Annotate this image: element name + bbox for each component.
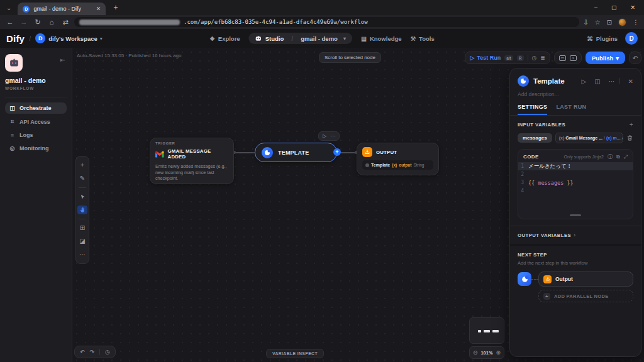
maximize-button[interactable]: ▢ bbox=[611, 4, 617, 11]
checklist-icon[interactable]: ≣ bbox=[540, 55, 545, 61]
panel-play-icon[interactable]: ▷ bbox=[581, 78, 586, 85]
change-history-icon[interactable]: ◷ bbox=[105, 349, 110, 355]
add-parallel-node-button[interactable]: + ADD PARALLEL NODE bbox=[538, 290, 633, 302]
redo-icon[interactable]: ↷ bbox=[90, 349, 95, 355]
panel-more-icon[interactable]: ⋯ bbox=[609, 78, 615, 85]
template-add-port[interactable]: + bbox=[333, 148, 341, 156]
pointer-mode-icon[interactable] bbox=[77, 192, 87, 201]
code-line[interactable]: 1 メールきたって！ bbox=[518, 162, 633, 170]
undo-icon[interactable]: ↶ bbox=[80, 349, 85, 355]
panel-close-icon[interactable]: ✕ bbox=[628, 78, 633, 85]
forward-icon[interactable]: → bbox=[19, 18, 29, 26]
tab-search-chevron-icon[interactable]: ⌄ bbox=[6, 4, 11, 11]
add-note-icon[interactable]: ✎ bbox=[77, 174, 87, 183]
zoom-level[interactable]: 101% bbox=[480, 350, 492, 356]
info-icon[interactable]: ⓘ bbox=[608, 153, 613, 160]
minimap[interactable] bbox=[469, 317, 504, 344]
organize-nodes-icon[interactable]: ⊞ bbox=[77, 224, 87, 233]
nav-studio[interactable]: Studio / gmail - demo ▾ bbox=[249, 33, 352, 44]
minimize-button[interactable]: – bbox=[594, 4, 597, 11]
canvas-tool-palette: + ✎ ⊞ ◪ ⋯ bbox=[75, 156, 89, 264]
workspace-chevron-icon[interactable]: ▾ bbox=[100, 36, 103, 41]
url-bar[interactable]: .com/app/efb68c83-035e-4c94-a1ad-dfac4c4… bbox=[74, 17, 579, 27]
test-run-button[interactable]: ▷ Test Run bbox=[470, 55, 501, 61]
node-template[interactable]: TEMPLATE bbox=[255, 143, 337, 162]
features-icon[interactable]: ▭ bbox=[559, 55, 566, 61]
hand-mode-icon[interactable] bbox=[77, 206, 87, 214]
sidebar-item-orchestrate[interactable]: ◫ Orchestrate bbox=[5, 102, 67, 114]
zoom-in-icon[interactable]: ⊕ bbox=[496, 349, 501, 356]
panel-header-divider bbox=[619, 78, 620, 84]
nav-tools[interactable]: ⚒ Tools bbox=[411, 35, 435, 42]
plugins-icon: ⌘ bbox=[587, 35, 593, 42]
sidebar-item-logs[interactable]: ≡ Logs bbox=[5, 129, 67, 141]
output-var-type: String bbox=[413, 163, 424, 167]
next-step-output-node[interactable]: Output bbox=[538, 272, 633, 287]
zoom-out-icon[interactable]: ⊖ bbox=[473, 349, 478, 356]
sidebar-item-monitoring[interactable]: ◎ Monitoring bbox=[5, 143, 67, 154]
tab-settings[interactable]: SETTINGS bbox=[518, 104, 547, 115]
run-history-icon[interactable]: ◷ bbox=[532, 55, 537, 61]
env-variables-icon[interactable]: x bbox=[570, 55, 577, 61]
nav-explore[interactable]: ❖ Explore bbox=[209, 35, 240, 42]
node-output[interactable]: OUTPUT Template (x) output String bbox=[357, 143, 439, 175]
scroll-to-selected-node-button[interactable]: Scroll to selected node bbox=[319, 52, 381, 63]
output-variables-toggle[interactable]: OUTPUT VARIABLES › bbox=[510, 226, 641, 244]
variable-name-chip[interactable]: messages bbox=[518, 133, 552, 143]
browser-profile-avatar[interactable] bbox=[618, 18, 626, 26]
palette-more-icon[interactable]: ⋯ bbox=[77, 250, 87, 259]
publish-button[interactable]: Publish ▾ bbox=[586, 52, 625, 64]
workflow-canvas[interactable]: Auto-Saved 15:33:05 · Published 16 hours… bbox=[72, 48, 644, 362]
variable-inspect-button[interactable]: VARIABLE INSPECT bbox=[266, 349, 324, 358]
nav-studio-label: Studio bbox=[265, 35, 284, 42]
api-access-icon: ⌗ bbox=[9, 118, 16, 125]
plugins-button[interactable]: ⌘ Plugins bbox=[587, 35, 618, 42]
nav-tools-label: Tools bbox=[419, 35, 435, 42]
code-line[interactable]: 4 bbox=[518, 187, 633, 195]
add-variable-icon[interactable]: + bbox=[630, 121, 633, 128]
install-app-icon[interactable]: ⇩ bbox=[583, 19, 588, 26]
node-play-icon[interactable]: ▷ bbox=[323, 133, 326, 139]
extensions-icon[interactable]: ⊡ bbox=[607, 19, 612, 26]
code-line[interactable]: 2 bbox=[518, 170, 633, 178]
expand-icon[interactable]: ⤢ bbox=[624, 154, 628, 160]
tab-close-icon[interactable]: ✕ bbox=[96, 6, 101, 12]
panel-docs-icon[interactable]: ◫ bbox=[594, 78, 600, 85]
window-close-button[interactable]: ✕ bbox=[630, 4, 635, 11]
variable-value-select[interactable]: (x) Gmail Message ... / (x) m... Array[O… bbox=[555, 133, 623, 143]
tab-last-run[interactable]: LAST RUN bbox=[556, 104, 586, 115]
back-icon[interactable]: ← bbox=[5, 18, 15, 26]
studio-app-name[interactable]: gmail - demo bbox=[301, 35, 338, 42]
line-number: 2 bbox=[518, 172, 528, 177]
palette-divider bbox=[79, 219, 86, 219]
code-resize-handle[interactable] bbox=[570, 214, 581, 216]
add-node-icon[interactable]: + bbox=[77, 161, 87, 170]
node-more-icon[interactable]: ⋯ bbox=[330, 133, 335, 139]
dify-logo[interactable]: Dify bbox=[6, 33, 25, 44]
tab-groups-icon[interactable]: ⇄ bbox=[60, 18, 70, 26]
workspace-name[interactable]: dify's Workspace bbox=[48, 35, 97, 42]
export-image-icon[interactable]: ◪ bbox=[77, 237, 87, 246]
description-placeholder[interactable]: Add description... bbox=[510, 87, 641, 97]
node-gmail-trigger[interactable]: TRIGGER GMAIL MESSAGE ADDED Emits newly … bbox=[150, 138, 234, 184]
new-tab-button[interactable]: + bbox=[113, 3, 118, 12]
panel-title[interactable]: Template bbox=[533, 77, 573, 85]
copy-icon[interactable]: ⧉ bbox=[616, 154, 620, 160]
user-avatar[interactable]: D bbox=[625, 32, 638, 45]
refresh-icon[interactable]: ↻ bbox=[33, 18, 43, 26]
studio-chevron-icon[interactable]: ▾ bbox=[343, 36, 346, 41]
bookmark-star-icon[interactable]: ☆ bbox=[595, 19, 601, 26]
browser-tab[interactable]: D gmail - demo - Dify ✕ bbox=[18, 3, 106, 15]
next-step-heading: NEXT STEP bbox=[510, 246, 641, 258]
nav-knowledge[interactable]: ▤ Knowledge bbox=[361, 35, 402, 42]
home-icon[interactable]: ⌂ bbox=[47, 18, 57, 26]
collapse-sidebar-icon[interactable]: ⇤ bbox=[60, 57, 65, 63]
sidebar-item-api-access[interactable]: ⌗ API Access bbox=[5, 116, 67, 128]
code-line[interactable]: 3 {{ messages }} bbox=[518, 178, 633, 187]
delete-variable-icon[interactable] bbox=[626, 134, 633, 141]
code-editor[interactable]: CODE Only supports Jinja2 ⓘ ⧉ ⤢ 1 メールきたっ… bbox=[518, 149, 633, 219]
publish-label: Publish bbox=[592, 55, 613, 62]
browser-menu-icon[interactable]: ⋮ bbox=[633, 19, 639, 26]
chevron-right-icon: › bbox=[574, 232, 575, 238]
version-history-button[interactable]: ↶ bbox=[629, 52, 641, 64]
